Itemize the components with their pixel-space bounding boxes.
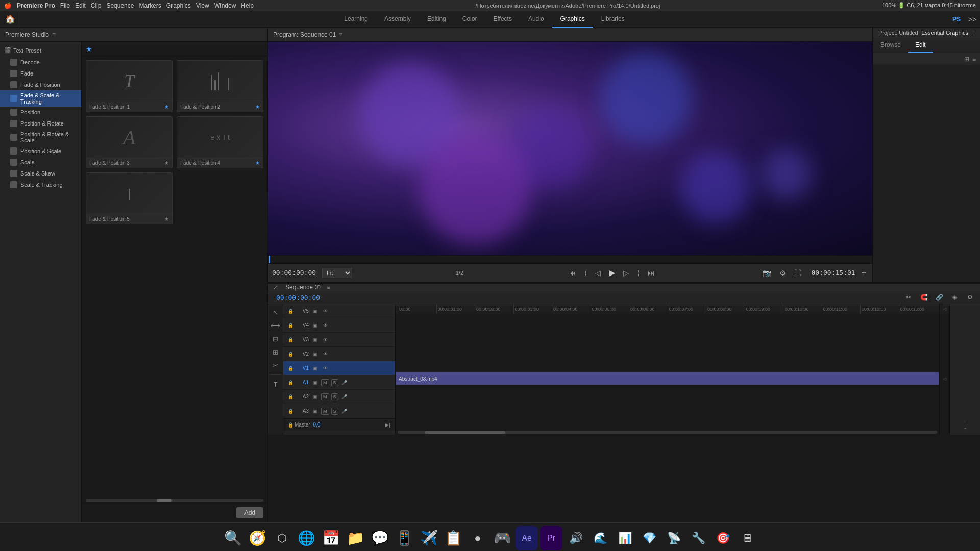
dock-compass[interactable]: 🧭 (246, 526, 268, 550)
tree-item-position-scale[interactable]: Position & Scale (0, 145, 81, 157)
track-v1-eye[interactable]: 👁 (321, 364, 329, 372)
tree-item-position-rotate[interactable]: Position & Rotate (0, 118, 81, 129)
ctrl-rewind[interactable]: ⏮ (567, 268, 578, 278)
track-a1-mic[interactable]: 🎤 (340, 379, 349, 387)
video-clip[interactable]: Abstract_08.mp4 (396, 372, 939, 385)
track-a3-track[interactable]: ▣ (311, 407, 319, 415)
dock-chrome[interactable]: ● (467, 526, 489, 550)
tree-item-position-rotate-scale[interactable]: Position & Rotate & Scale (0, 129, 81, 145)
track-v4-track[interactable]: ▣ (311, 321, 319, 330)
menu-sequence[interactable]: Sequence (106, 2, 134, 9)
dock-premierepro[interactable]: Pr (540, 526, 562, 550)
ctrl-camera[interactable]: 📷 (761, 268, 773, 278)
dock-trello[interactable]: 📋 (442, 526, 464, 550)
tree-item-scale-tracking[interactable]: Scale & Tracking (0, 179, 81, 190)
track-a1-track[interactable]: ▣ (311, 379, 319, 387)
dock-aftereffects[interactable]: Ae (516, 526, 538, 550)
track-v3-lock[interactable]: 🔒 (286, 336, 295, 344)
tree-item-position[interactable]: Position (0, 107, 81, 118)
ctrl-fwd-frame[interactable]: ▷ (621, 268, 631, 278)
tab-libraries[interactable]: Libraries (593, 11, 633, 28)
dock-keyshot[interactable]: 💎 (638, 526, 660, 550)
tl-tool-link[interactable]: 🔗 (933, 291, 945, 304)
tab-assembly[interactable]: Assembly (376, 11, 419, 28)
tab-browse[interactable]: Browse (873, 38, 908, 53)
track-a2-track[interactable]: ▣ (311, 393, 319, 401)
tab-audio[interactable]: Audio (520, 11, 552, 28)
track-v1-lock[interactable]: 🔒 (286, 364, 295, 372)
dock-messages[interactable]: 💬 (369, 526, 391, 550)
menu-file[interactable]: File (60, 2, 70, 9)
tab-learning[interactable]: Learning (336, 11, 376, 28)
track-v4-lock[interactable]: 🔒 (286, 321, 295, 330)
dock-whatsapp[interactable]: 📱 (393, 526, 415, 550)
track-v1-track[interactable]: ▣ (311, 364, 319, 372)
dock-calendar[interactable]: 📅 (320, 526, 342, 550)
track-a1-m[interactable]: M (321, 379, 329, 386)
track-a3-m[interactable]: M (321, 408, 329, 415)
thumb-fade-position-2[interactable]: Fade & Position 2 ★ (177, 60, 263, 112)
thumb-fade-position-5[interactable]: | Fade & Position 5 ★ (86, 172, 173, 224)
thumb-2-star[interactable]: ★ (255, 104, 260, 110)
thumb-fade-position-3[interactable]: A Fade & Position 3 ★ (86, 116, 173, 168)
ctrl-back-frame[interactable]: ◁ (593, 268, 603, 278)
track-a3-s[interactable]: S (331, 408, 338, 415)
track-v5-track[interactable]: ▣ (311, 307, 319, 315)
thumb-5-star[interactable]: ★ (164, 216, 169, 222)
dock-stocks[interactable]: 📊 (614, 526, 636, 550)
track-a3-mic[interactable]: 🎤 (340, 407, 349, 415)
tab-graphics[interactable]: Graphics (552, 11, 593, 28)
track-v4-eye[interactable]: 👁 (321, 321, 329, 330)
timeline-scroll[interactable] (396, 429, 939, 435)
eg-list-icon[interactable]: ≡ (972, 56, 976, 63)
workspace-ps-button[interactable]: PS (948, 11, 965, 28)
thumb-3-star[interactable]: ★ (164, 160, 169, 166)
track-v5-eye[interactable]: 👁 (321, 307, 329, 315)
tab-effects[interactable]: Effects (485, 11, 520, 28)
workspace-home-button[interactable]: 🏠 (0, 11, 20, 28)
tl-tool-magnet[interactable]: 🧲 (918, 291, 930, 304)
dock-monitor[interactable]: 🖥 (736, 526, 758, 550)
dock-unknown1[interactable]: 🔧 (687, 526, 709, 550)
tree-item-scale-skew[interactable]: Scale & Skew (0, 168, 81, 179)
menu-edit[interactable]: Edit (75, 2, 86, 9)
track-v3-eye[interactable]: 👁 (321, 336, 329, 344)
menu-graphics[interactable]: Graphics (166, 2, 191, 9)
ltb-ripple[interactable]: ⟷ (270, 319, 282, 332)
essential-graphics-menu-icon[interactable]: ≡ (972, 30, 975, 36)
tab-editing[interactable]: Editing (419, 11, 454, 28)
thumb-fade-position-1[interactable]: T Fade & Position 1 ★ (86, 60, 173, 112)
ltb-razor[interactable]: ✂ (270, 359, 282, 371)
tree-item-fade-scale-tracking[interactable]: Fade & Scale & Tracking (0, 90, 81, 107)
dock-telegram[interactable]: ✈️ (418, 526, 440, 550)
track-v3-track[interactable]: ▣ (311, 336, 319, 344)
ctrl-play[interactable]: ▶ (607, 267, 617, 279)
track-a2-mic[interactable]: 🎤 (340, 393, 349, 401)
dock-safari[interactable]: 🌐 (295, 526, 317, 550)
eg-grid-icon[interactable]: ⊞ (964, 56, 969, 63)
dock-folder[interactable]: 📁 (344, 526, 366, 550)
dock-unknown2[interactable]: 🎯 (712, 526, 734, 550)
tree-item-fade[interactable]: Fade (0, 68, 81, 79)
left-panel-menu-icon[interactable]: ≡ (52, 31, 56, 38)
tl-tool-marker[interactable]: ◈ (948, 291, 961, 304)
track-a1-s[interactable]: S (331, 379, 338, 386)
track-a1-lock[interactable]: 🔒 (286, 379, 295, 387)
dock-finder[interactable]: 🔍 (222, 526, 244, 550)
workspace-more-button[interactable]: >> (965, 11, 980, 28)
master-end-ctrl[interactable]: ▶| (384, 421, 392, 429)
ltb-rate[interactable]: ⊞ (270, 346, 282, 358)
dock-launchpad[interactable]: ⬡ (271, 526, 293, 550)
menu-clip[interactable]: Clip (91, 2, 102, 9)
add-button[interactable]: Add (236, 507, 263, 518)
ctrl-settings[interactable]: ⚙ (777, 268, 788, 278)
thumb-1-star[interactable]: ★ (164, 104, 169, 110)
menu-help[interactable]: Help (241, 2, 254, 9)
track-a2-m[interactable]: M (321, 393, 329, 400)
ltb-roll[interactable]: ⊟ (270, 333, 282, 345)
program-menu-icon[interactable]: ≡ (339, 31, 342, 38)
fit-select[interactable]: Fit 25% 50% 75% 100% (322, 268, 352, 278)
thumb-fade-position-4[interactable]: e x I t Fade & Position 4 ★ (177, 116, 263, 168)
menu-markers[interactable]: Markers (139, 2, 161, 9)
timeline-menu-icon[interactable]: ≡ (327, 284, 330, 291)
